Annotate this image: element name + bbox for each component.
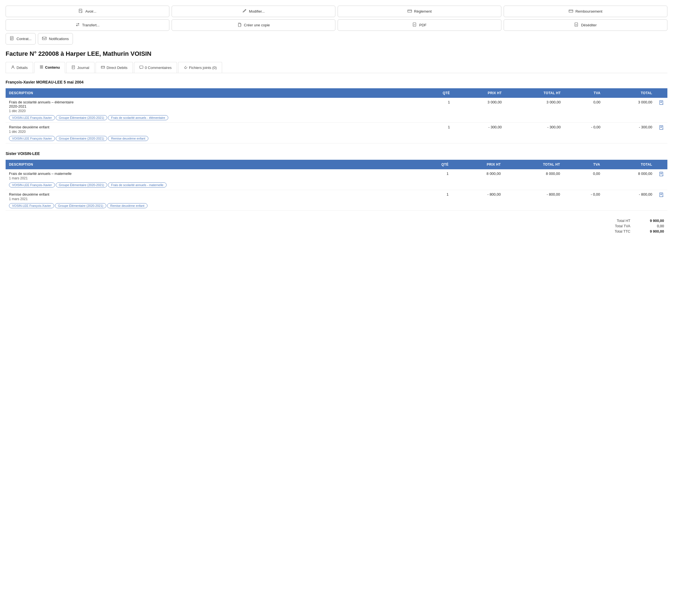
row-1-desc: Remise deuxième enfant1 mars 2021VOSIN-L… bbox=[6, 190, 417, 211]
tag-2[interactable]: Remise deuxième enfant bbox=[108, 136, 148, 141]
row-1-total_ht: - 300,00 bbox=[505, 123, 564, 143]
svg-rect-7 bbox=[42, 37, 46, 40]
tab-details[interactable]: Détails bbox=[6, 62, 33, 73]
tabs: DétailsContenuJournalDirect Debits0 Comm… bbox=[6, 62, 667, 73]
row-0-tags: VOISIN-LEE François-XavierGroupe Élément… bbox=[9, 182, 414, 188]
transfert-label: Transfert... bbox=[82, 23, 99, 27]
tab-journal[interactable]: Journal bbox=[66, 62, 94, 73]
tag-1[interactable]: Groupe Élémentaire (2020-2021) bbox=[56, 183, 107, 188]
col-header-action bbox=[656, 88, 667, 98]
svg-rect-9 bbox=[72, 66, 74, 69]
remboursement-label: Remboursement bbox=[576, 9, 602, 13]
table-sister: DESCRIPTIONQTÉPRIX HTTOTAL HTTVATOTALFra… bbox=[6, 160, 667, 211]
modifier-icon bbox=[242, 9, 247, 14]
svg-rect-1 bbox=[408, 10, 412, 12]
tag-2[interactable]: Frais de scolarité annuels - maternelle bbox=[108, 183, 166, 188]
row-0-prix_ht: 3 000,00 bbox=[453, 98, 505, 123]
btn-transfert[interactable]: Transfert... bbox=[6, 19, 169, 31]
table-francois-xavier: DESCRIPTIONQTÉPRIX HTTOTAL HTTVATOTALFra… bbox=[6, 88, 667, 143]
row-0-prix_ht: 8 000,00 bbox=[452, 169, 504, 190]
row-1-action[interactable] bbox=[656, 123, 667, 143]
tag-2[interactable]: Remise deuxième enfant bbox=[107, 203, 148, 208]
tag-1[interactable]: Groupe Élémentaire (2020-2021) bbox=[56, 115, 107, 120]
tab-fichiers-joints[interactable]: Fichiers joints (0) bbox=[178, 62, 222, 73]
contrat-label: Contrat... bbox=[17, 37, 31, 41]
btn-remboursement[interactable]: Remboursement bbox=[504, 6, 667, 17]
row-1-date: 1 mars 2021 bbox=[9, 197, 414, 201]
svg-rect-11 bbox=[140, 66, 143, 68]
total-label-1: Total TVA bbox=[615, 224, 630, 228]
tab-direct-debits[interactable]: Direct Debits bbox=[95, 62, 133, 73]
row-1-prix_ht: - 300,00 bbox=[453, 123, 505, 143]
tag-1[interactable]: Groupe Élémentaire (2020-2021) bbox=[55, 203, 106, 208]
btn-pdf[interactable]: PDF bbox=[338, 19, 501, 31]
row-1-tva: - 0,00 bbox=[564, 190, 604, 211]
total-value-0: 9 900,00 bbox=[642, 219, 664, 223]
tag-0[interactable]: VOSIN-LEE François-Xavier bbox=[9, 203, 54, 208]
pdf-label: PDF bbox=[419, 23, 427, 27]
tag-0[interactable]: VOISIN-LEE François-Xavier bbox=[9, 183, 55, 188]
section-francois-xavier-header: François-Xavier MOREAU-LEE 5 mai 2004 bbox=[6, 80, 667, 84]
col-header-5: TOTAL bbox=[604, 160, 656, 169]
row-0-action[interactable] bbox=[656, 98, 667, 123]
tab-contenu[interactable]: Contenu bbox=[34, 62, 65, 73]
tab-commentaires-icon bbox=[139, 65, 143, 70]
col-header-5: TOTAL bbox=[604, 88, 656, 98]
row-0-date: 1 déc 2020 bbox=[9, 109, 415, 113]
total-value-2: 9 900,00 bbox=[642, 229, 664, 234]
creer-copie-icon bbox=[237, 22, 242, 28]
svg-rect-10 bbox=[101, 66, 104, 68]
tab-direct-debits-icon bbox=[101, 65, 105, 70]
btn-creer-copie[interactable]: Créer une copie bbox=[172, 19, 335, 31]
row-1-total: - 300,00 bbox=[604, 123, 656, 143]
section-sister-header: Sister VOISIN-LEE bbox=[6, 151, 667, 156]
tag-1[interactable]: Groupe Élémentaire (2020-2021) bbox=[56, 136, 107, 141]
total-label-0: Total HT bbox=[617, 219, 630, 223]
btn-reglement[interactable]: Règlement bbox=[338, 6, 501, 17]
remboursement-icon bbox=[569, 9, 573, 14]
row-0-tva: 0,00 bbox=[564, 169, 604, 190]
row-0-tags: VOISIN-LEE François-XavierGroupe Élément… bbox=[9, 114, 415, 120]
tab-details-icon bbox=[11, 65, 15, 70]
page-title: Facture N° 220008 à Harper LEE, Mathurin… bbox=[6, 50, 667, 57]
row-0-action[interactable] bbox=[656, 169, 667, 190]
avoir-label: Avoir... bbox=[85, 9, 96, 13]
row-0-qte: 1 bbox=[417, 169, 452, 190]
tab-journal-label: Journal bbox=[77, 66, 89, 70]
table-row: Frais de scolarité annuels – élémentaire… bbox=[6, 98, 667, 123]
row-0-desc: Frais de scolarité annuels – maternelle1… bbox=[6, 169, 417, 190]
col-header-0: DESCRIPTION bbox=[6, 88, 419, 98]
modifier-label: Modifier... bbox=[249, 9, 265, 13]
row-1-qte: 1 bbox=[419, 123, 453, 143]
tab-commentaires[interactable]: 0 Commentaires bbox=[134, 62, 177, 73]
row-1-desc: Remise deuxième enfant1 déc 2020VOISIN-L… bbox=[6, 123, 419, 143]
contrat-icon bbox=[10, 36, 14, 41]
tab-commentaires-label: 0 Commentaires bbox=[145, 66, 172, 70]
row-1-tva: - 0,00 bbox=[564, 123, 604, 143]
row-1-main-desc: Remise deuxième enfant bbox=[9, 125, 415, 129]
btn-desediter[interactable]: Déséditer bbox=[504, 19, 667, 31]
row-1-qte: 1 bbox=[417, 190, 452, 211]
svg-point-8 bbox=[12, 66, 14, 67]
row-1-action[interactable] bbox=[656, 190, 667, 211]
row-1-main-desc: Remise deuxième enfant bbox=[9, 192, 414, 197]
tag-0[interactable]: VOISIN-LEE François-Xavier bbox=[9, 115, 55, 120]
btn-contrat[interactable]: Contrat... bbox=[6, 33, 36, 45]
reglement-icon bbox=[408, 9, 412, 14]
row-1-total_ht: - 800,00 bbox=[504, 190, 564, 211]
toolbar-row2: Transfert...Créer une copiePDFDéséditer bbox=[6, 19, 667, 31]
toolbar-row1: Avoir...Modifier...RèglementRemboursemen… bbox=[6, 6, 667, 17]
toolbar-row3: Contrat...Notifications bbox=[6, 33, 174, 45]
row-0-qte: 1 bbox=[419, 98, 453, 123]
total-row-2: Total TTC9 900,00 bbox=[574, 229, 664, 234]
notifications-label: Notifications bbox=[49, 37, 69, 41]
total-label-2: Total TTC bbox=[615, 229, 630, 234]
col-header-1: QTÉ bbox=[417, 160, 452, 169]
svg-rect-3 bbox=[238, 24, 241, 27]
btn-modifier[interactable]: Modifier... bbox=[172, 6, 335, 17]
tag-2[interactable]: Frais de scolarité annuels - élémentaire bbox=[108, 115, 168, 120]
btn-avoir[interactable]: Avoir... bbox=[6, 6, 169, 17]
tag-0[interactable]: VOISIN-LEE François-Xavier bbox=[9, 136, 55, 141]
btn-notifications[interactable]: Notifications bbox=[38, 33, 73, 45]
transfert-icon bbox=[75, 22, 80, 28]
